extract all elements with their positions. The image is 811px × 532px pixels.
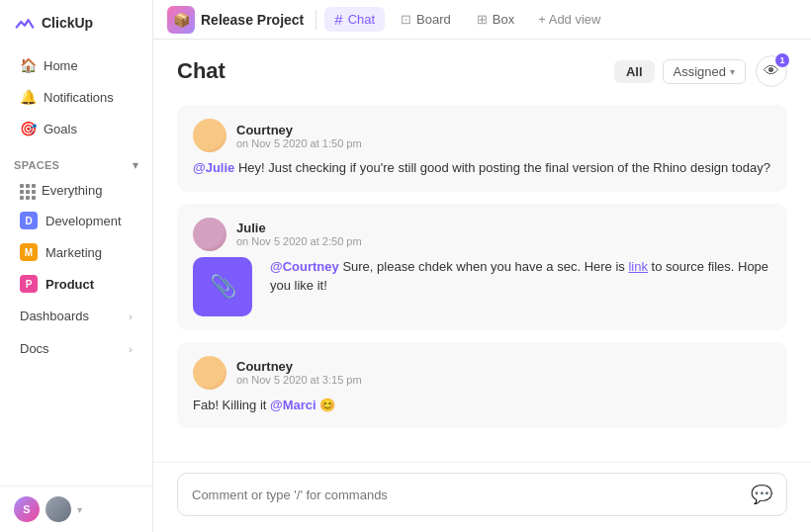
spaces-collapse-icon[interactable]: ▾ <box>133 158 138 172</box>
message-1-header: Courtney on Nov 5 2020 at 1:50 pm <box>193 119 771 152</box>
home-icon: 🏠 <box>20 57 36 73</box>
message-3-text-1: Fab! Killing it <box>193 398 270 412</box>
sidebar-item-marketing[interactable]: M Marketing <box>6 237 146 267</box>
user-avatar[interactable]: S <box>14 496 40 522</box>
chat-hash-icon: # <box>334 11 342 28</box>
message-2-meta: Julie on Nov 5 2020 at 2:50 pm <box>236 221 362 247</box>
message-2-text: @Courtney Sure, please chdek when you ha… <box>270 257 771 296</box>
send-message-icon[interactable]: 💬 <box>751 484 772 505</box>
message-3-time: on Nov 5 2020 at 3:15 pm <box>236 374 362 386</box>
message-2-author: Julie <box>236 221 362 235</box>
box-icon: ⊞ <box>477 12 488 27</box>
sidebar: ClickUp 🏠 Home 🔔 Notifications 🎯 Goals S… <box>0 0 153 532</box>
courtney-avatar-2 <box>193 356 226 390</box>
filter-assigned-label: Assigned <box>674 64 726 79</box>
chat-input-field[interactable] <box>192 488 751 502</box>
sidebar-nav: 🏠 Home 🔔 Notifications 🎯 Goals <box>0 45 152 148</box>
message-1-time: on Nov 5 2020 at 1:50 pm <box>236 137 362 149</box>
docs-label: Docs <box>20 341 49 356</box>
marketing-badge: M <box>20 243 38 261</box>
clickup-logo-icon <box>14 12 36 34</box>
tab-box[interactable]: ⊞ Box <box>467 8 524 31</box>
tab-chat[interactable]: # Chat <box>324 7 385 32</box>
message-2: Julie on Nov 5 2020 at 2:50 pm 📎 @Courtn… <box>177 204 787 330</box>
logo-text: ClickUp <box>42 15 93 31</box>
mention-marci: @Marci <box>270 398 316 412</box>
message-2-text-1: Sure, please chdek when you have a sec. … <box>342 259 628 274</box>
tab-chat-label: Chat <box>348 12 375 27</box>
mention-courtney: @Courtney <box>270 259 339 274</box>
board-icon: ⊡ <box>401 12 411 27</box>
project-icon: 📦 <box>167 6 195 34</box>
chat-input-area: 💬 <box>153 462 811 532</box>
courtney-avatar-1 <box>193 119 226 152</box>
tab-board[interactable]: ⊡ Board <box>391 8 461 31</box>
mention-julie: @Julie <box>193 160 234 175</box>
main-content: 📦 Release Project # Chat ⊡ Board ⊞ Box +… <box>153 0 811 532</box>
logo-area: ClickUp <box>0 0 152 45</box>
chat-area: Chat All Assigned ▾ 👁 1 <box>153 40 811 532</box>
watchers-button[interactable]: 👁 1 <box>756 55 787 87</box>
message-3-header: Courtney on Nov 5 2020 at 3:15 pm <box>193 356 771 390</box>
watchers-badge: 1 <box>775 53 789 67</box>
message-3-emoji: 😊 <box>319 398 335 412</box>
filter-assigned-button[interactable]: Assigned ▾ <box>663 59 746 84</box>
attachment-icon: 📎 <box>193 257 252 316</box>
user-dropdown-icon[interactable]: ▾ <box>77 504 82 515</box>
topbar-divider <box>315 10 316 30</box>
bell-icon: 🔔 <box>20 89 36 105</box>
message-2-body: 📎 @Courtney Sure, please chdek when you … <box>193 257 771 316</box>
sidebar-item-docs[interactable]: Docs › <box>6 333 146 364</box>
chat-title: Chat <box>177 58 225 84</box>
filter-chevron-icon: ▾ <box>730 66 735 77</box>
message-1-body: @Julie Hey! Just checking if you're stil… <box>193 158 771 178</box>
sidebar-item-goals-label: Goals <box>44 122 77 136</box>
message-3-body: Fab! Killing it @Marci 😊 <box>193 396 771 415</box>
message-1-meta: Courtney on Nov 5 2020 at 1:50 pm <box>236 123 362 149</box>
source-link[interactable]: link <box>628 259 648 274</box>
sidebar-bottom: S ▾ <box>0 486 152 532</box>
dashboards-chevron-icon: › <box>129 310 133 322</box>
filter-all-button[interactable]: All <box>614 60 655 83</box>
project-title: Release Project <box>201 12 304 28</box>
sidebar-item-notifications-label: Notifications <box>44 90 114 105</box>
sidebar-item-development[interactable]: D Development <box>6 206 146 235</box>
marketing-label: Marketing <box>45 245 102 260</box>
message-2-time: on Nov 5 2020 at 2:50 pm <box>236 235 362 247</box>
tab-box-label: Box <box>493 12 514 27</box>
sidebar-item-dashboards[interactable]: Dashboards › <box>6 301 146 331</box>
development-label: Development <box>45 214 122 228</box>
user-photo <box>45 496 71 522</box>
spaces-label: Spaces <box>14 159 59 171</box>
message-3-author: Courtney <box>236 359 362 374</box>
sidebar-item-notifications[interactable]: 🔔 Notifications <box>6 82 146 112</box>
message-1-author: Courtney <box>236 123 362 137</box>
product-label: Product <box>45 277 94 292</box>
product-badge: P <box>20 275 38 293</box>
everything-icon <box>20 184 34 198</box>
sidebar-item-product[interactable]: P Product <box>6 269 146 299</box>
spaces-section-header: Spaces ▾ <box>0 148 152 176</box>
docs-chevron-icon: › <box>129 343 133 355</box>
message-1: Courtney on Nov 5 2020 at 1:50 pm @Julie… <box>177 105 787 192</box>
chat-filter: All Assigned ▾ <box>614 59 746 84</box>
add-view-button[interactable]: + Add view <box>530 8 608 31</box>
tab-board-label: Board <box>416 12 451 27</box>
dashboards-label: Dashboards <box>20 309 89 323</box>
messages-list: Courtney on Nov 5 2020 at 1:50 pm @Julie… <box>153 97 811 462</box>
message-3-meta: Courtney on Nov 5 2020 at 3:15 pm <box>236 359 362 386</box>
goals-icon: 🎯 <box>20 121 36 136</box>
everything-label: Everything <box>42 183 102 198</box>
sidebar-item-everything[interactable]: Everything <box>6 177 146 204</box>
sidebar-item-home[interactable]: 🏠 Home <box>6 50 146 80</box>
chat-header: Chat All Assigned ▾ 👁 1 <box>153 40 811 97</box>
chat-input-box: 💬 <box>177 473 787 516</box>
add-view-label: + Add view <box>538 12 600 27</box>
sidebar-item-home-label: Home <box>44 58 78 73</box>
sidebar-item-goals[interactable]: 🎯 Goals <box>6 114 146 143</box>
development-badge: D <box>20 212 38 229</box>
message-2-header: Julie on Nov 5 2020 at 2:50 pm <box>193 218 771 251</box>
user-initial: S <box>23 503 30 515</box>
topbar: 📦 Release Project # Chat ⊡ Board ⊞ Box +… <box>153 0 811 40</box>
message-3: Courtney on Nov 5 2020 at 3:15 pm Fab! K… <box>177 342 787 429</box>
